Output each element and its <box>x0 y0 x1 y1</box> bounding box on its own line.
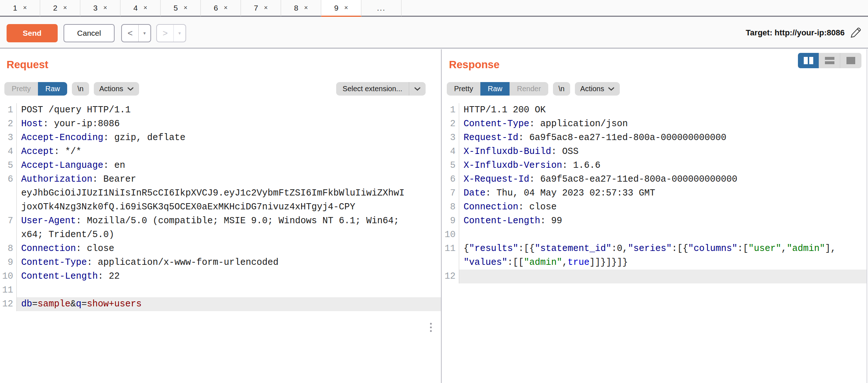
request-panel: Request Pretty Raw \n Actions Select ext… <box>0 49 441 383</box>
editor-line: 11 <box>0 283 441 297</box>
response-actions-button[interactable]: Actions <box>575 82 620 96</box>
editor-line: 4X-Influxdb-Build: OSS <box>442 145 867 159</box>
line-content[interactable]: Accept-Language: en <box>17 159 441 173</box>
line-content[interactable] <box>459 270 867 283</box>
request-actions-label: Actions <box>99 85 123 93</box>
tab-label: 9 <box>334 4 338 12</box>
line-content[interactable]: X-Request-Id: 6a9f5ac8-ea27-11ed-800a-00… <box>459 173 867 186</box>
request-tab-pretty[interactable]: Pretty <box>4 82 38 96</box>
line-content[interactable]: User-Agent: Mozilla/5.0 (compatible; MSI… <box>17 214 441 242</box>
response-tab-pretty[interactable]: Pretty <box>447 82 480 96</box>
tab-label: 4 <box>133 4 138 12</box>
select-extension-dropdown[interactable]: Select extension... <box>336 82 426 96</box>
line-content[interactable]: Connection: close <box>17 242 441 256</box>
line-content[interactable]: Content-Length: 99 <box>459 214 867 228</box>
send-button[interactable]: Send <box>7 24 58 42</box>
panel-splitter[interactable] <box>441 49 442 383</box>
editor-line: 7Date: Thu, 04 May 2023 02:57:33 GMT <box>442 186 867 200</box>
line-content[interactable]: Content-Type: application/x-www-form-url… <box>17 256 441 270</box>
tab-close-icon[interactable]: × <box>63 4 67 12</box>
editor-line: 3Request-Id: 6a9f5ac8-ea27-11ed-800a-000… <box>442 131 867 145</box>
response-newline-toggle[interactable]: \n <box>553 82 570 96</box>
line-number: 8 <box>0 242 17 256</box>
columns-layout-button[interactable] <box>798 53 819 68</box>
repeater-tab-...[interactable]: ... <box>361 0 402 17</box>
line-number: 10 <box>0 270 17 283</box>
line-number: 4 <box>0 145 17 159</box>
line-content[interactable]: Content-Type: application/json <box>459 117 867 131</box>
line-number: 10 <box>442 228 459 242</box>
line-number: 1 <box>0 103 17 117</box>
forward-arrow-button[interactable]: > <box>157 25 174 42</box>
line-content[interactable]: Content-Length: 22 <box>17 270 441 283</box>
request-panel-title: Request <box>7 59 48 71</box>
repeater-tab-9[interactable]: 9× <box>321 0 361 17</box>
request-editor[interactable]: 1POST /query HTTP/1.12Host: your-ip:8086… <box>0 103 441 311</box>
request-newline-toggle[interactable]: \n <box>72 82 89 96</box>
chevron-down-icon <box>608 87 614 91</box>
line-content[interactable]: db=sample&q=show+users <box>17 297 441 311</box>
edit-target-pencil-icon[interactable] <box>849 26 862 39</box>
tab-label: 8 <box>294 4 298 12</box>
repeater-tab-8[interactable]: 8× <box>281 0 321 17</box>
line-content[interactable]: Accept-Encoding: gzip, deflate <box>17 131 441 145</box>
resize-grip-icon[interactable] <box>430 323 432 332</box>
line-content[interactable]: Date: Thu, 04 May 2023 02:57:33 GMT <box>459 186 867 200</box>
repeater-tab-1[interactable]: 1× <box>0 0 40 17</box>
back-arrow-button[interactable]: < <box>122 25 139 42</box>
line-content[interactable]: Accept: */* <box>17 145 441 159</box>
tab-close-icon[interactable]: × <box>103 4 107 12</box>
line-content[interactable] <box>17 283 441 297</box>
repeater-tab-5[interactable]: 5× <box>161 0 201 17</box>
back-dropdown-button[interactable]: ▼ <box>139 25 150 42</box>
tab-label: 7 <box>254 4 258 12</box>
request-actions-button[interactable]: Actions <box>94 82 139 96</box>
line-content[interactable]: {"results":[{"statement_id":0,"series":[… <box>459 242 867 270</box>
chevron-down-icon <box>409 82 426 96</box>
line-number: 2 <box>0 117 17 131</box>
line-content[interactable]: Request-Id: 6a9f5ac8-ea27-11ed-800a-0000… <box>459 131 867 145</box>
editor-line: 2Content-Type: application/json <box>442 117 867 131</box>
repeater-tab-3[interactable]: 3× <box>80 0 120 17</box>
tab-close-icon[interactable]: × <box>184 4 188 12</box>
line-content[interactable]: HTTP/1.1 200 OK <box>459 103 867 117</box>
line-content[interactable]: Authorization: Bearer eyJhbGciOiJIUzI1Ni… <box>17 173 441 214</box>
response-tab-render[interactable]: Render <box>510 82 548 96</box>
tab-close-icon[interactable]: × <box>224 4 228 12</box>
line-content[interactable]: X-Influxdb-Version: 1.6.6 <box>459 159 867 173</box>
line-number: 6 <box>0 173 17 214</box>
line-content[interactable]: Host: your-ip:8086 <box>17 117 441 131</box>
request-tab-raw[interactable]: Raw <box>38 82 67 96</box>
editor-line: 11{"results":[{"statement_id":0,"series"… <box>442 242 867 270</box>
tab-close-icon[interactable]: × <box>23 4 27 12</box>
editor-line: 7User-Agent: Mozilla/5.0 (compatible; MS… <box>0 214 441 242</box>
single-layout-button[interactable] <box>840 53 861 68</box>
repeater-tab-2[interactable]: 2× <box>40 0 80 17</box>
tab-label: 1 <box>13 4 17 12</box>
response-tab-raw[interactable]: Raw <box>480 82 510 96</box>
line-content[interactable]: Connection: close <box>459 200 867 214</box>
editor-line: 12 <box>442 270 867 283</box>
response-panel: Response Pretty Raw Render \n Actions <box>442 49 867 383</box>
editor-line: 6Authorization: Bearer eyJhbGciOiJIUzI1N… <box>0 173 441 214</box>
line-number: 5 <box>0 159 17 173</box>
tab-close-icon[interactable]: × <box>143 4 147 12</box>
repeater-tab-4[interactable]: 4× <box>120 0 161 17</box>
tab-close-icon[interactable]: × <box>264 4 268 12</box>
repeater-tab-7[interactable]: 7× <box>241 0 281 17</box>
scrollbar-track[interactable] <box>867 49 867 383</box>
repeater-tab-bar: 1×2×3×4×5×6×7×8×9×... <box>0 0 868 17</box>
line-content[interactable]: POST /query HTTP/1.1 <box>17 103 441 117</box>
cancel-button[interactable]: Cancel <box>64 24 115 42</box>
line-number: 6 <box>442 173 459 186</box>
line-number: 12 <box>0 297 17 311</box>
forward-dropdown-button[interactable]: ▼ <box>174 25 185 42</box>
rows-layout-button[interactable] <box>819 53 840 68</box>
tab-close-icon[interactable]: × <box>344 4 348 12</box>
line-content[interactable]: X-Influxdb-Build: OSS <box>459 145 867 159</box>
response-editor[interactable]: 1HTTP/1.1 200 OK2Content-Type: applicati… <box>442 103 867 283</box>
response-actions-label: Actions <box>580 85 604 93</box>
repeater-tab-6[interactable]: 6× <box>201 0 241 17</box>
tab-close-icon[interactable]: × <box>304 4 308 12</box>
line-content[interactable] <box>459 228 867 242</box>
